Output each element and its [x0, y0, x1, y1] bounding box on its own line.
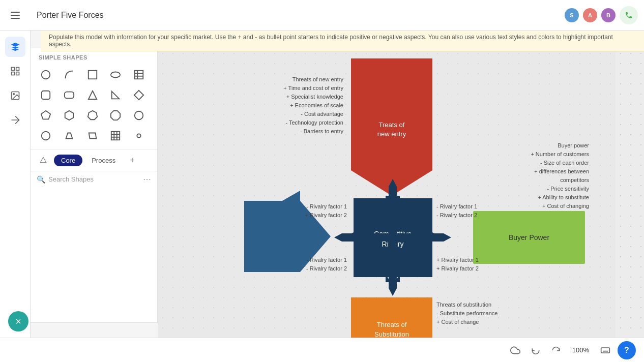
svg-text:- Rivalry factor 1: - Rivalry factor 1: [306, 257, 347, 263]
sidebar-image-icon[interactable]: [5, 85, 25, 106]
svg-text:- Substitute performance: - Substitute performance: [436, 310, 497, 316]
svg-rect-9: [135, 71, 143, 79]
svg-rect-1: [16, 68, 19, 71]
svg-text:Substitution: Substitution: [374, 330, 409, 338]
svg-text:- Barriers to entry: - Barriers to entry: [300, 128, 343, 134]
svg-point-23: [42, 132, 50, 140]
grid-shape[interactable]: [106, 127, 125, 145]
extra-shape[interactable]: [130, 127, 148, 145]
avatar-s[interactable]: S: [565, 8, 579, 22]
svg-text:- Rivalry factor 1: - Rivalry factor 1: [436, 203, 477, 209]
arc-shape[interactable]: [60, 66, 78, 84]
parallelogram-shape[interactable]: [83, 127, 102, 145]
search-bar: 🔍 ⋯: [31, 171, 157, 187]
shapes-panel: SIMPLE SHAPES: [31, 48, 158, 323]
svg-marker-21: [111, 111, 120, 120]
svg-text:- Cost advantage: - Cost advantage: [301, 111, 343, 117]
svg-marker-16: [112, 92, 120, 99]
svg-point-6: [42, 71, 50, 79]
search-input[interactable]: [48, 175, 140, 183]
ellipse-shape[interactable]: [106, 66, 125, 84]
panel-tabs: Core Process +: [31, 149, 157, 171]
menu-button[interactable]: [6, 6, 24, 24]
avatar-a[interactable]: A: [583, 8, 597, 22]
svg-marker-19: [65, 111, 74, 120]
svg-rect-14: [65, 92, 74, 99]
svg-text:Threats of new entry: Threats of new entry: [292, 76, 344, 82]
add-tab-button[interactable]: +: [126, 154, 139, 167]
tab-process[interactable]: Process: [84, 155, 123, 166]
shapes-grid: [31, 64, 157, 149]
svg-text:+ Specialist knowledge: + Specialist knowledge: [286, 94, 343, 100]
svg-text:Buyer Power: Buyer Power: [509, 233, 549, 242]
octagon-shape[interactable]: [106, 106, 125, 125]
svg-text:- Rivalry factor 2: - Rivalry factor 2: [436, 212, 477, 218]
svg-marker-24: [66, 133, 72, 139]
svg-text:+ Cost of change: + Cost of change: [436, 319, 479, 325]
svg-rect-2: [11, 72, 14, 75]
svg-marker-20: [87, 111, 97, 119]
svg-rect-3: [16, 72, 19, 75]
svg-rect-13: [42, 91, 50, 100]
bottom-bar: 100% ?: [0, 338, 644, 362]
svg-rect-0: [11, 68, 14, 71]
svg-text:+ Rivalry factor 2: + Rivalry factor 2: [436, 265, 479, 272]
avatar-b[interactable]: B: [601, 8, 616, 22]
sidebar-grid-icon[interactable]: [5, 61, 25, 81]
hexagon-shape[interactable]: [60, 106, 78, 125]
svg-rect-47: [389, 187, 397, 288]
pentagon-shape[interactable]: [37, 106, 55, 125]
svg-marker-15: [88, 91, 97, 100]
document-title[interactable]: Porter Five Forces: [31, 8, 110, 23]
notification-text: Populate this model with information for…: [49, 34, 613, 48]
undo-icon[interactable]: [528, 342, 544, 358]
trapezoid-shape[interactable]: [60, 127, 78, 145]
svg-text:+ differences between: + differences between: [534, 168, 589, 174]
svg-marker-25: [89, 133, 96, 139]
svg-text:Buyer power: Buyer power: [558, 142, 589, 148]
svg-text:+ Number of customers: + Number of customers: [531, 151, 589, 157]
keyboard-icon[interactable]: [597, 342, 613, 358]
canvas-area[interactable]: Treats of new entry Competitive Rivalry: [158, 48, 644, 362]
help-button[interactable]: ?: [618, 341, 636, 359]
tab-core[interactable]: Core: [54, 155, 82, 166]
svg-point-31: [137, 134, 141, 137]
sidebar-shapes-icon[interactable]: [5, 37, 25, 57]
sidebar-vector-icon[interactable]: [5, 110, 25, 130]
rounded-rect-shape[interactable]: [60, 86, 78, 104]
svg-text:+ Rivalry factor 1: + Rivalry factor 1: [436, 257, 479, 263]
svg-text:new entry: new entry: [377, 130, 406, 138]
circle2-shape[interactable]: [130, 106, 148, 125]
triangle-shape[interactable]: [83, 86, 102, 104]
svg-marker-18: [41, 111, 50, 119]
svg-text:competitors: competitors: [560, 177, 589, 183]
header: Porter Five Forces S A B: [0, 0, 644, 31]
svg-marker-32: [40, 157, 46, 163]
close-fab[interactable]: ×: [8, 311, 28, 331]
redo-icon[interactable]: [548, 342, 564, 358]
svg-point-5: [13, 94, 14, 95]
rounded-square-shape[interactable]: [37, 86, 55, 104]
svg-text:- Price sensitivity: - Price sensitivity: [547, 186, 589, 192]
cloud-icon[interactable]: [507, 342, 523, 358]
right-triangle-shape[interactable]: [106, 86, 125, 104]
search-more-icon[interactable]: ⋯: [143, 174, 151, 184]
table-shape[interactable]: [130, 66, 148, 84]
circle-shape[interactable]: [37, 66, 55, 84]
diamond-shape[interactable]: [130, 86, 148, 104]
svg-text:+ Economies of scale: + Economies of scale: [290, 102, 343, 108]
svg-text:+ Rivalry factor 2: + Rivalry factor 2: [305, 212, 347, 218]
svg-rect-26: [111, 132, 120, 140]
svg-text:Threats of substitution: Threats of substitution: [436, 301, 491, 308]
hamburger-icon: [11, 12, 20, 19]
square-shape[interactable]: [83, 66, 102, 84]
svg-text:+ Time and cost of entry: + Time and cost of entry: [283, 85, 343, 91]
svg-text:+ Cost of changing: + Cost of changing: [542, 203, 589, 209]
circle3-shape[interactable]: [37, 127, 55, 145]
call-button[interactable]: [620, 6, 638, 24]
svg-text:- Size of each order: - Size of each order: [540, 160, 589, 166]
shapes-icon[interactable]: [37, 154, 50, 167]
svg-rect-83: [601, 348, 610, 353]
heptagon-shape[interactable]: [83, 106, 102, 125]
svg-marker-17: [134, 90, 143, 100]
